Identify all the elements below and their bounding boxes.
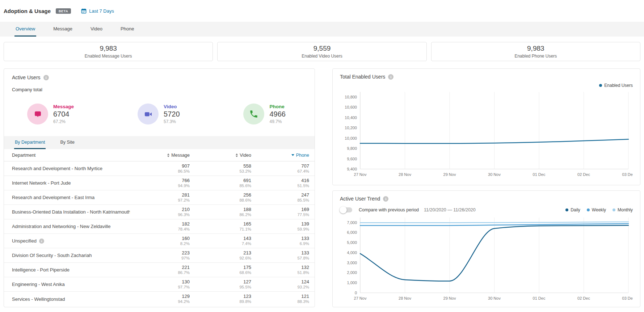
column-header-message[interactable]: Message bbox=[130, 153, 190, 158]
breakdown-tab-bar: By Department By Site bbox=[4, 136, 315, 149]
message-cell: 21096.3% bbox=[130, 207, 190, 217]
compare-toggle[interactable] bbox=[340, 207, 352, 212]
column-header-phone[interactable]: Phone bbox=[251, 153, 309, 158]
table-row: Administration and Networking - New Zeld… bbox=[4, 219, 315, 234]
metric-message: Message 6704 67.2% bbox=[27, 103, 74, 125]
compare-label: Compare with previous period bbox=[359, 207, 419, 212]
svg-text:10,400: 10,400 bbox=[345, 115, 357, 120]
video-icon bbox=[143, 109, 153, 119]
department-cell: Intelligence - Port Piperside bbox=[12, 267, 130, 273]
tab-message[interactable]: Message bbox=[52, 22, 73, 37]
svg-text:28 Nov: 28 Nov bbox=[399, 172, 411, 177]
tab-phone[interactable]: Phone bbox=[119, 22, 135, 37]
table-row: Services - Wellingtonstad12994.2%12389.8… bbox=[4, 292, 315, 306]
phone-cell: 13357.8% bbox=[251, 250, 309, 261]
company-total-label: Company total bbox=[12, 87, 315, 93]
sort-desc-icon bbox=[291, 154, 294, 156]
message-cell: 13097.7% bbox=[130, 279, 190, 290]
svg-text:5,000: 5,000 bbox=[347, 240, 357, 245]
stat-label: Enabled Video Users bbox=[302, 54, 342, 59]
phone-cell: 1336.9% bbox=[251, 236, 309, 246]
metric-label: Video bbox=[164, 104, 180, 109]
tab-overview[interactable]: Overview bbox=[14, 22, 36, 37]
video-cell: 16571.1% bbox=[190, 222, 251, 232]
legend-dot bbox=[613, 208, 615, 211]
stat-value: 9,559 bbox=[313, 45, 331, 52]
video-cell: 17568.6% bbox=[190, 265, 251, 275]
department-cell: Services - Wellingtonstad bbox=[12, 296, 130, 302]
table-row: Unspecifiedi1608.2%1437.4%1336.9% bbox=[4, 234, 315, 248]
metric-phone: Phone 4966 49.7% bbox=[243, 103, 286, 125]
column-header-department: Department bbox=[12, 153, 130, 158]
column-header-video[interactable]: Video bbox=[190, 153, 251, 158]
legend-dot bbox=[587, 208, 590, 211]
svg-text:3,000: 3,000 bbox=[347, 261, 357, 265]
legend-daily[interactable]: Daily bbox=[565, 207, 580, 212]
stat-card-message-users: 9,983 Enabled Message Users bbox=[4, 42, 213, 61]
info-icon[interactable]: i bbox=[388, 74, 393, 80]
active-users-panel: Active Users i Company total Message 6 bbox=[4, 68, 315, 307]
svg-text:9,600: 9,600 bbox=[347, 157, 357, 161]
phone-cell: 24785.5% bbox=[251, 193, 309, 203]
video-cell: 12389.8% bbox=[190, 294, 251, 304]
phone-cell: 16977.5% bbox=[251, 207, 309, 217]
table-row: Division Of Security - South Zachariah22… bbox=[4, 248, 315, 263]
metric-label: Phone bbox=[269, 104, 286, 109]
svg-text:1,000: 1,000 bbox=[347, 281, 357, 285]
message-cell: 12994.2% bbox=[130, 294, 190, 304]
calendar-icon bbox=[81, 8, 87, 14]
active-user-trend-panel: Active User Trend i Compare with previou… bbox=[332, 190, 640, 307]
legend-monthly[interactable]: Monthly bbox=[613, 207, 633, 212]
svg-text:28 Nov: 28 Nov bbox=[399, 296, 411, 300]
svg-text:03 Dec: 03 Dec bbox=[622, 296, 633, 300]
phone-cell: 41651.5% bbox=[251, 178, 309, 188]
message-cell: 18278.4% bbox=[130, 222, 190, 232]
metric-value: 4966 bbox=[269, 110, 286, 118]
department-cell: Research and Development - East Irma bbox=[12, 195, 130, 200]
metric-percent: 49.7% bbox=[269, 119, 286, 124]
message-icon bbox=[33, 109, 43, 119]
beta-badge: BETA bbox=[56, 8, 71, 14]
adoption-usage-page: Adoption & Usage BETA Last 7 Days Overvi… bbox=[0, 0, 644, 312]
info-icon[interactable]: i bbox=[43, 75, 49, 80]
stat-label: Enabled Phone Users bbox=[514, 54, 557, 59]
subtab-by-site[interactable]: By Site bbox=[59, 136, 75, 149]
svg-text:10,600: 10,600 bbox=[345, 105, 357, 109]
page-header: Adoption & Usage BETA Last 7 Days bbox=[0, 0, 644, 16]
info-icon[interactable]: i bbox=[39, 239, 44, 244]
subtab-by-department[interactable]: By Department bbox=[14, 136, 46, 149]
stat-value: 9,983 bbox=[100, 45, 117, 52]
department-cell: Business-Oriented Data Installation - No… bbox=[12, 209, 130, 215]
legend-enabled-users[interactable]: Enabled Users bbox=[599, 83, 633, 88]
video-cell: 21392.6% bbox=[190, 250, 251, 261]
svg-text:29 Nov: 29 Nov bbox=[443, 172, 456, 177]
tab-video[interactable]: Video bbox=[89, 22, 104, 37]
message-cell: 76694.9% bbox=[130, 178, 190, 188]
video-cell: 18886.2% bbox=[190, 207, 251, 217]
svg-text:9,800: 9,800 bbox=[347, 146, 357, 151]
department-cell: Research and Development - North Myrtice bbox=[12, 166, 130, 171]
date-filter-button[interactable]: Last 7 Days bbox=[81, 8, 114, 14]
stat-value: 9,983 bbox=[527, 45, 544, 52]
metric-video: Video 5720 57.3% bbox=[138, 103, 180, 125]
stat-cards-row: 9,983 Enabled Message Users 9,559 Enable… bbox=[4, 42, 640, 61]
svg-text:01 Dec: 01 Dec bbox=[533, 172, 546, 177]
sort-icon bbox=[167, 153, 169, 157]
company-metrics: Message 6704 67.2% Video 5720 bbox=[27, 103, 286, 125]
active-trend-chart: 27 Nov28 Nov29 Nov30 Nov01 Dec02 Dec03 D… bbox=[340, 215, 633, 302]
table-row: Intelligence - Port Piperside22186.7%175… bbox=[4, 263, 315, 277]
department-cell: Unspecifiedi bbox=[12, 238, 130, 244]
info-icon[interactable]: i bbox=[383, 196, 388, 202]
svg-text:6,000: 6,000 bbox=[347, 230, 357, 235]
department-table: Department Message Video Phone bbox=[4, 149, 315, 306]
main-tab-bar: Overview Message Video Phone bbox=[0, 22, 644, 37]
svg-text:30 Nov: 30 Nov bbox=[488, 296, 501, 300]
department-cell: Division Of Security - South Zachariah bbox=[12, 253, 130, 258]
phone-cell: 12188.3% bbox=[251, 294, 309, 304]
phone-cell: 13251.8% bbox=[251, 265, 309, 275]
department-cell: Engineering - West Anika bbox=[12, 282, 130, 287]
video-cell: 69185.6% bbox=[190, 178, 251, 188]
message-cell: 1608.2% bbox=[130, 236, 190, 246]
legend-weekly[interactable]: Weekly bbox=[587, 207, 606, 212]
svg-text:02 Dec: 02 Dec bbox=[577, 172, 590, 177]
